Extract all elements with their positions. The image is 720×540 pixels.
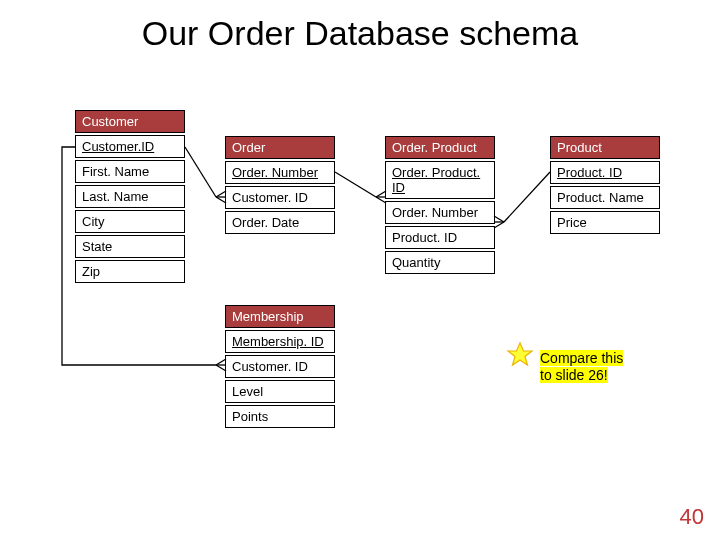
rel-order-orderproduct bbox=[335, 172, 376, 197]
page-number: 40 bbox=[680, 504, 704, 530]
field-cell: Product. Name bbox=[550, 186, 660, 209]
field-cell: Product. ID bbox=[550, 161, 660, 184]
table-product: Product Product. ID Product. Name Price bbox=[550, 136, 660, 236]
rel-customer-order bbox=[185, 147, 216, 197]
field-cell: Order. Number bbox=[385, 201, 495, 224]
field-cell: Last. Name bbox=[75, 185, 185, 208]
table-header: Customer bbox=[75, 110, 185, 133]
rel-product-orderproduct bbox=[504, 172, 550, 222]
table-header: Order. Product bbox=[385, 136, 495, 159]
field-cell: Points bbox=[225, 405, 335, 428]
star-icon bbox=[508, 343, 532, 365]
field-cell: Customer.ID bbox=[75, 135, 185, 158]
table-order: Order Order. Number Customer. ID Order. … bbox=[225, 136, 335, 236]
table-header: Membership bbox=[225, 305, 335, 328]
field-cell: Order. Date bbox=[225, 211, 335, 234]
table-header: Order bbox=[225, 136, 335, 159]
field-cell: Order. Product. ID bbox=[385, 161, 495, 199]
field-cell: Price bbox=[550, 211, 660, 234]
field-cell: City bbox=[75, 210, 185, 233]
svg-marker-6 bbox=[508, 343, 532, 365]
table-header: Product bbox=[550, 136, 660, 159]
diagram-canvas: Customer Customer.ID First. Name Last. N… bbox=[0, 0, 720, 540]
table-orderproduct: Order. Product Order. Product. ID Order.… bbox=[385, 136, 495, 276]
field-cell: Quantity bbox=[385, 251, 495, 274]
field-cell: Zip bbox=[75, 260, 185, 283]
field-cell: First. Name bbox=[75, 160, 185, 183]
field-cell: State bbox=[75, 235, 185, 258]
table-customer: Customer Customer.ID First. Name Last. N… bbox=[75, 110, 185, 285]
field-cell: Order. Number bbox=[225, 161, 335, 184]
field-cell: Level bbox=[225, 380, 335, 403]
field-cell: Membership. ID bbox=[225, 330, 335, 353]
field-cell: Product. ID bbox=[385, 226, 495, 249]
table-membership: Membership Membership. ID Customer. ID L… bbox=[225, 305, 335, 430]
compare-note: Compare this to slide 26! bbox=[540, 350, 623, 384]
field-cell: Customer. ID bbox=[225, 355, 335, 378]
field-cell: Customer. ID bbox=[225, 186, 335, 209]
